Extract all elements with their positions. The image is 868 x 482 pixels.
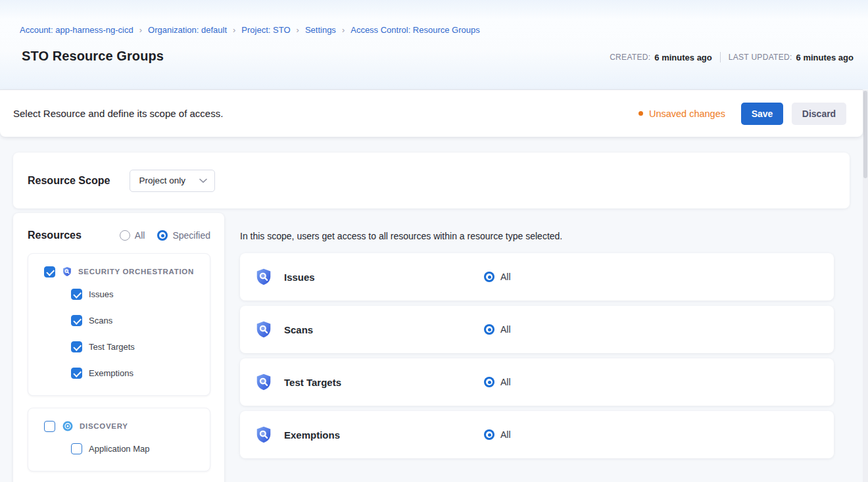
radio-option-specified[interactable]: Specified xyxy=(157,230,210,241)
resource-scope-selected-value: Project only xyxy=(139,176,185,185)
page-header: Account: app-harness-ng-cicd›Organizatio… xyxy=(0,0,868,89)
radio-icon[interactable] xyxy=(484,272,494,282)
breadcrumb-link[interactable]: Settings xyxy=(305,25,336,35)
breadcrumb-separator-icon: › xyxy=(233,25,235,35)
resources-mode-radio-group: All Specified xyxy=(107,230,210,241)
item-label: Test Targets xyxy=(89,342,135,352)
resource-groups-list: SECURITY ORCHESTRATION Issues Scans Test… xyxy=(28,253,210,471)
toolbar-actions: Unsaved changes Save Discard xyxy=(639,103,846,125)
breadcrumb-link[interactable]: Organization: default xyxy=(148,25,227,35)
content-body: Resources All Specified SECURITY ORCHEST… xyxy=(13,213,868,482)
item-checkbox[interactable] xyxy=(71,443,82,454)
resource-rows-list: Issues All Scans All Test Ta xyxy=(240,253,839,458)
resource-row-label: Exemptions xyxy=(284,429,484,441)
shield-search-icon xyxy=(254,268,273,286)
radio-option-all[interactable]: All xyxy=(120,230,145,241)
radio-option-label: Specified xyxy=(172,230,210,241)
unsaved-changes-indicator: Unsaved changes xyxy=(639,108,725,119)
resource-access-option[interactable]: All xyxy=(484,377,511,387)
group-item[interactable]: Application Map xyxy=(28,435,210,462)
radio-icon[interactable] xyxy=(120,230,130,241)
item-checkbox[interactable] xyxy=(71,315,82,326)
resource-row: Scans All xyxy=(240,306,834,353)
group-item[interactable]: Issues xyxy=(28,281,210,307)
page: Account: app-harness-ng-cicd›Organizatio… xyxy=(0,0,868,482)
vertical-scrollbar-track[interactable] xyxy=(863,90,868,482)
resource-group-card: SECURITY ORCHESTRATION Issues Scans Test… xyxy=(28,253,210,396)
shield-search-icon xyxy=(254,268,273,286)
discard-button[interactable]: Discard xyxy=(792,103,846,125)
group-items: Issues Scans Test Targets Exemptions xyxy=(28,281,210,386)
shield-search-icon xyxy=(254,320,273,339)
save-button[interactable]: Save xyxy=(741,103,783,125)
resource-access-option[interactable]: All xyxy=(484,324,511,335)
group-name: SECURITY ORCHESTRATION xyxy=(78,268,194,276)
radio-icon[interactable] xyxy=(484,429,494,440)
header-row: STO Resource Groups CREATED: 6 minutes a… xyxy=(20,49,854,64)
item-checkbox[interactable] xyxy=(71,341,82,352)
toolbar-description: Select Resource and define its scope of … xyxy=(13,108,223,119)
item-label: Application Map xyxy=(89,444,150,454)
resource-access-option[interactable]: All xyxy=(484,272,511,282)
shield-search-icon xyxy=(254,425,273,444)
resource-row-label: Test Targets xyxy=(284,377,484,388)
group-checkbox[interactable] xyxy=(44,421,55,432)
shield-search-icon xyxy=(62,266,72,277)
resource-row: Test Targets All xyxy=(240,358,834,406)
chevron-down-icon xyxy=(199,178,207,183)
vertical-scrollbar-thumb[interactable] xyxy=(863,91,867,178)
breadcrumb-separator-icon: › xyxy=(297,25,299,35)
resource-row-label: Issues xyxy=(284,272,484,283)
item-label: Issues xyxy=(89,289,114,299)
breadcrumb-link[interactable]: Account: app-harness-ng-cicd xyxy=(20,25,133,35)
page-title: STO Resource Groups xyxy=(22,49,164,64)
target-icon xyxy=(62,420,74,432)
last-updated-label: LAST UPDATED: xyxy=(729,53,792,62)
content: Resource Scope Project only Resources Al… xyxy=(0,137,868,482)
group-item[interactable]: Test Targets xyxy=(28,333,210,360)
resource-group-card: DISCOVERY Application Map xyxy=(28,408,210,471)
header-meta: CREATED: 6 minutes ago LAST UPDATED: 6 m… xyxy=(610,52,854,64)
main-area: In this scope, users get access to all r… xyxy=(224,213,868,464)
breadcrumb-separator-icon: › xyxy=(139,25,142,35)
resources-panel: Resources All Specified SECURITY ORCHEST… xyxy=(13,213,224,482)
toolbar: Select Resource and define its scope of … xyxy=(0,89,863,137)
unsaved-changes-label: Unsaved changes xyxy=(649,108,725,119)
breadcrumb-link[interactable]: Project: STO xyxy=(241,25,290,35)
group-item[interactable]: Scans xyxy=(28,307,210,333)
created-value: 6 minutes ago xyxy=(654,53,711,62)
radio-icon[interactable] xyxy=(484,377,494,387)
item-checkbox[interactable] xyxy=(71,289,82,300)
resource-scope-card: Resource Scope Project only xyxy=(13,153,850,208)
resource-row-label: Scans xyxy=(284,324,484,335)
radio-icon[interactable] xyxy=(484,324,494,335)
shield-search-icon xyxy=(254,373,273,391)
group-item[interactable]: Exemptions xyxy=(28,360,210,386)
resource-access-option[interactable]: All xyxy=(484,429,511,440)
scope-instruction: In this scope, users get access to all r… xyxy=(240,231,839,241)
resource-scope-label: Resource Scope xyxy=(28,175,110,187)
breadcrumb-separator-icon: › xyxy=(342,25,345,35)
resource-access-label: All xyxy=(500,272,511,282)
created-label: CREATED: xyxy=(610,53,650,62)
radio-icon[interactable] xyxy=(157,230,168,241)
group-items: Application Map xyxy=(28,435,210,462)
resource-group-header[interactable]: SECURITY ORCHESTRATION xyxy=(28,262,210,281)
resource-row: Issues All xyxy=(240,253,834,301)
shield-search-icon xyxy=(254,425,273,444)
resource-group-header[interactable]: DISCOVERY xyxy=(28,417,210,435)
group-name: DISCOVERY xyxy=(80,422,128,430)
item-checkbox[interactable] xyxy=(71,368,82,379)
resource-scope-select[interactable]: Project only xyxy=(130,170,215,192)
item-label: Exemptions xyxy=(89,368,133,378)
radio-option-label: All xyxy=(135,230,145,241)
shield-search-icon xyxy=(254,320,273,339)
group-checkbox[interactable] xyxy=(44,266,55,277)
breadcrumb-link[interactable]: Access Control: Resource Groups xyxy=(350,25,480,35)
meta-divider xyxy=(720,52,721,62)
shield-search-icon xyxy=(62,266,72,277)
resource-access-label: All xyxy=(500,377,511,387)
resources-panel-header: Resources All Specified xyxy=(28,229,210,241)
unsaved-dot-icon xyxy=(639,111,643,116)
shield-search-icon xyxy=(254,373,273,391)
